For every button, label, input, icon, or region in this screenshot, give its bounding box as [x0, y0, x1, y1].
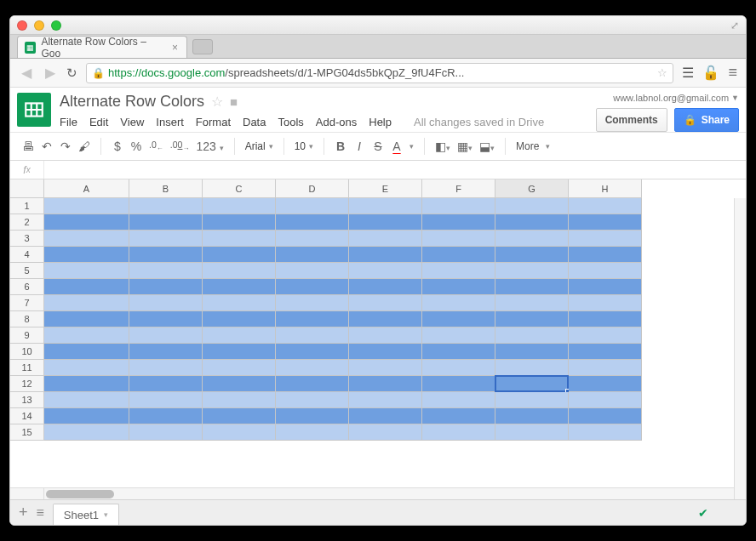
vertical-scrollbar[interactable] — [734, 198, 746, 499]
cell-B6[interactable] — [129, 279, 203, 295]
cell-G1[interactable] — [495, 198, 569, 214]
cell-B9[interactable] — [129, 327, 203, 344]
cell-D7[interactable] — [276, 295, 349, 311]
cell-G13[interactable] — [495, 392, 569, 408]
cell-F4[interactable] — [422, 247, 495, 263]
cell-F11[interactable] — [422, 360, 495, 376]
cell-E7[interactable] — [349, 295, 422, 311]
cell-G8[interactable] — [495, 311, 569, 327]
cell-D4[interactable] — [276, 247, 349, 263]
row-header[interactable]: 9 — [10, 327, 44, 344]
cell-G12[interactable] — [495, 376, 569, 392]
cell-A8[interactable] — [44, 311, 129, 327]
cell-B3[interactable] — [129, 231, 203, 247]
star-icon[interactable]: ☆ — [211, 94, 223, 110]
merge-cells-icon[interactable]: ⬓▾ — [479, 140, 495, 153]
cell-F15[interactable] — [422, 424, 495, 441]
cell-A3[interactable] — [44, 231, 129, 247]
cell-D2[interactable] — [276, 214, 349, 231]
cell-B1[interactable] — [129, 198, 203, 214]
row-header[interactable]: 8 — [10, 311, 44, 327]
cell-G2[interactable] — [495, 214, 569, 231]
row-header[interactable]: 13 — [10, 392, 44, 408]
cell-H9[interactable] — [569, 327, 642, 344]
cell-E13[interactable] — [349, 392, 422, 408]
row-header[interactable]: 6 — [10, 279, 44, 295]
all-sheets-button[interactable]: ≡ — [37, 505, 44, 521]
menu-insert[interactable]: Insert — [156, 116, 184, 128]
share-button[interactable]: 🔒 Share — [674, 108, 739, 132]
toolbar-more[interactable]: More ▾ — [511, 140, 555, 152]
cell-C13[interactable] — [203, 392, 276, 408]
row-header[interactable]: 12 — [10, 376, 44, 392]
cell-C3[interactable] — [203, 231, 276, 247]
nav-back-button[interactable]: ◀ — [19, 65, 34, 81]
bold-button[interactable]: B — [335, 140, 346, 153]
select-all-corner[interactable] — [10, 179, 44, 198]
cell-E1[interactable] — [349, 198, 422, 214]
col-header-F[interactable]: F — [422, 179, 495, 198]
print-icon[interactable]: 🖶 — [22, 140, 34, 153]
cell-C1[interactable] — [203, 198, 276, 214]
cell-H6[interactable] — [569, 279, 642, 295]
cell-F3[interactable] — [422, 231, 495, 247]
cell-E2[interactable] — [349, 214, 422, 231]
col-header-A[interactable]: A — [44, 179, 129, 198]
cell-D6[interactable] — [276, 279, 349, 295]
increase-decimal-icon[interactable]: .00→ — [170, 140, 190, 152]
cell-B4[interactable] — [129, 247, 203, 263]
cell-E15[interactable] — [349, 424, 422, 441]
cell-H4[interactable] — [569, 247, 642, 263]
cell-C9[interactable] — [203, 327, 276, 344]
comments-button[interactable]: Comments — [596, 108, 667, 132]
chevron-down-icon[interactable]: ▾ — [104, 510, 108, 519]
add-sheet-button[interactable]: + — [19, 504, 28, 521]
cell-F5[interactable] — [422, 263, 495, 279]
cell-A9[interactable] — [44, 327, 129, 344]
more-formats-icon[interactable]: 123 ▾ — [196, 140, 223, 153]
cell-E14[interactable] — [349, 408, 422, 424]
cell-F6[interactable] — [422, 279, 495, 295]
cell-F7[interactable] — [422, 295, 495, 311]
cell-A6[interactable] — [44, 279, 129, 295]
cell-C12[interactable] — [203, 376, 276, 392]
cell-A11[interactable] — [44, 360, 129, 376]
cell-A14[interactable] — [44, 408, 129, 424]
cell-G3[interactable] — [495, 231, 569, 247]
tab-close-icon[interactable]: × — [172, 42, 178, 54]
close-icon[interactable] — [17, 20, 27, 31]
col-header-C[interactable]: C — [203, 179, 276, 198]
cell-F1[interactable] — [422, 198, 495, 214]
grid-rows[interactable]: 123456789101112131415 — [10, 198, 734, 487]
cell-A4[interactable] — [44, 247, 129, 263]
cell-G11[interactable] — [495, 360, 569, 376]
cell-G14[interactable] — [495, 408, 569, 424]
cell-D13[interactable] — [276, 392, 349, 408]
cell-F10[interactable] — [422, 344, 495, 360]
cell-A10[interactable] — [44, 344, 129, 360]
borders-icon[interactable]: ▦▾ — [457, 140, 472, 153]
cell-B8[interactable] — [129, 311, 203, 327]
new-tab-button[interactable] — [192, 39, 213, 54]
address-bar[interactable]: 🔒 https://docs.google.com/spreadsheets/d… — [86, 63, 673, 83]
cell-B2[interactable] — [129, 214, 203, 231]
decrease-decimal-icon[interactable]: .0← — [149, 140, 163, 152]
cell-C4[interactable] — [203, 247, 276, 263]
row-header[interactable]: 5 — [10, 263, 44, 279]
cell-C2[interactable] — [203, 214, 276, 231]
cell-F14[interactable] — [422, 408, 495, 424]
cell-D11[interactable] — [276, 360, 349, 376]
cell-A2[interactable] — [44, 214, 129, 231]
sheets-logo-icon[interactable] — [17, 93, 51, 127]
cell-G15[interactable] — [495, 424, 569, 441]
cell-G9[interactable] — [495, 327, 569, 344]
horizontal-scrollbar[interactable] — [10, 487, 734, 499]
fullscreen-icon[interactable]: ⤢ — [730, 20, 739, 31]
row-header[interactable]: 1 — [10, 198, 44, 214]
cell-F12[interactable] — [422, 376, 495, 392]
italic-button[interactable]: I — [353, 140, 365, 153]
cell-F2[interactable] — [422, 214, 495, 231]
zoom-icon[interactable] — [51, 20, 61, 31]
col-header-G[interactable]: G — [495, 179, 569, 198]
cell-D10[interactable] — [276, 344, 349, 360]
